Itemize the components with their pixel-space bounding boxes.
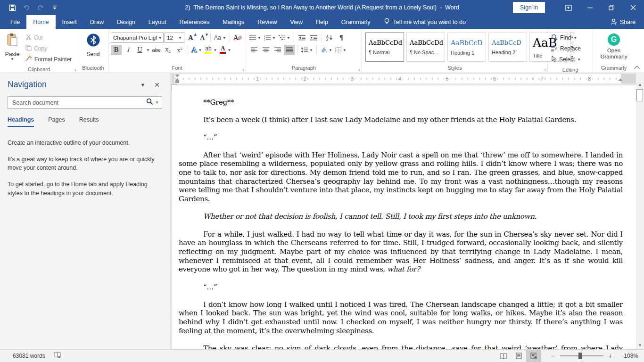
search-options-caret-icon[interactable]: ▼ <box>155 101 159 104</box>
tab-file[interactable]: File <box>4 15 26 29</box>
paragraph-dialog-launcher-icon[interactable]: ⌟ <box>358 67 360 72</box>
zoom-in-button[interactable]: + <box>605 352 616 360</box>
subscript-button[interactable]: x2 <box>163 45 173 55</box>
bullets-button[interactable]: ▼ <box>248 33 262 43</box>
superscript-button[interactable]: x2 <box>174 45 185 55</box>
replace-button[interactable]: abac Replace <box>551 44 581 53</box>
scroll-up-icon[interactable]: ▲ <box>636 81 644 89</box>
paste-button[interactable]: Paste ▼ <box>1 31 23 66</box>
search-document-input[interactable] <box>12 99 146 106</box>
strikethrough-button[interactable]: abc <box>151 45 162 55</box>
numbering-button[interactable]: 123 ▼ <box>263 33 277 43</box>
align-left-button[interactable] <box>248 45 259 55</box>
decrease-indent-button[interactable] <box>297 33 307 43</box>
horizontal-ruler[interactable]: 12345678 <box>172 74 636 83</box>
show-paragraph-marks-button[interactable]: ¶ <box>336 33 347 43</box>
style-heading-1[interactable]: AaBbCcDHeading 1 <box>447 33 486 62</box>
close-button[interactable] <box>622 0 644 15</box>
find-button[interactable]: Find ▼ <box>551 33 581 42</box>
grow-font-button[interactable]: A▲ <box>185 33 196 43</box>
print-layout-button[interactable] <box>511 350 526 362</box>
bluetooth-send-button[interactable]: Send <box>83 31 104 65</box>
customize-qat-icon[interactable] <box>48 1 61 14</box>
underline-button[interactable]: U <box>134 45 145 55</box>
zoom-slider[interactable] <box>560 355 603 356</box>
restore-button[interactable] <box>601 0 622 15</box>
shrink-font-button[interactable]: A▼ <box>197 33 208 43</box>
underline-caret-icon[interactable]: ▼ <box>146 49 150 52</box>
font-name-combobox[interactable]: Chaparral Pro Ligl ▼ <box>111 33 164 43</box>
select-button[interactable]: Select ▼ <box>551 55 581 64</box>
borders-button[interactable]: ▼ <box>334 45 347 55</box>
tab-help[interactable]: Help <box>309 15 335 29</box>
word-count[interactable]: 63081 words <box>13 353 45 359</box>
clipboard-dialog-launcher-icon[interactable]: ⌟ <box>74 67 76 72</box>
scrollbar-thumb[interactable] <box>636 89 643 101</box>
italic-button[interactable]: I <box>123 45 133 55</box>
document-page[interactable]: **Greg**It’s been a week (I think) after… <box>172 85 636 349</box>
navtab-pages[interactable]: Pages <box>48 116 65 127</box>
font-color-button[interactable]: A▼ <box>219 45 232 55</box>
copy-button[interactable]: Copy <box>24 43 73 53</box>
zoom-level[interactable]: 108% <box>619 353 638 359</box>
minimize-button[interactable] <box>579 0 601 15</box>
tab-layout[interactable]: Layout <box>142 15 173 29</box>
font-dialog-launcher-icon[interactable]: ⌟ <box>242 67 244 72</box>
align-right-button[interactable] <box>272 45 283 55</box>
tab-home[interactable]: Home <box>26 15 55 29</box>
change-case-button[interactable]: Aa▼ <box>213 33 227 43</box>
navtab-headings[interactable]: Headings <box>8 116 34 127</box>
tab-grammarly[interactable]: Grammarly <box>335 15 377 29</box>
clear-formatting-button[interactable]: A <box>232 33 243 43</box>
read-mode-button[interactable] <box>496 350 511 362</box>
tab-draw[interactable]: Draw <box>83 15 110 29</box>
right-indent-marker[interactable] <box>618 78 623 81</box>
navigation-close-icon[interactable]: ✕ <box>152 81 162 89</box>
line-spacing-button[interactable]: ▼ <box>300 45 314 55</box>
increase-indent-button[interactable] <box>308 33 319 43</box>
style-heading-2[interactable]: AaBbCcDHeading 2 <box>488 33 527 62</box>
bold-button[interactable]: B <box>111 45 122 55</box>
first-line-indent-marker[interactable] <box>175 74 180 77</box>
tab-insert[interactable]: Insert <box>56 15 83 29</box>
ribbon-display-options-icon[interactable] <box>557 0 579 15</box>
sign-in-button[interactable]: Sign in <box>513 2 545 13</box>
style--no-spac-[interactable]: AaBbCcDd¶ No Spac... <box>406 33 445 62</box>
save-icon[interactable] <box>6 1 19 14</box>
multilevel-list-button[interactable]: ▼ <box>278 33 291 43</box>
style--normal[interactable]: AaBbCcDd¶ Normal <box>365 33 404 62</box>
zoom-out-button[interactable]: − <box>548 352 558 360</box>
sort-button[interactable]: AZ <box>324 33 335 43</box>
redo-icon[interactable] <box>34 1 47 14</box>
font-size-combobox[interactable]: 12 ▼ <box>165 33 184 43</box>
navtab-results[interactable]: Results <box>79 116 99 127</box>
collapse-ribbon-icon[interactable] <box>634 64 640 71</box>
cut-label: Cut <box>34 34 43 41</box>
web-layout-button[interactable] <box>526 350 541 362</box>
align-center-button[interactable] <box>260 45 271 55</box>
tab-references[interactable]: References <box>173 15 216 29</box>
text-effects-button[interactable]: A▼ <box>190 45 203 55</box>
undo-icon[interactable] <box>20 1 33 14</box>
search-magnifier-icon[interactable] <box>146 98 153 107</box>
tab-mailings[interactable]: Mailings <box>216 15 251 29</box>
open-grammarly-button[interactable]: G Open Grammarly <box>594 31 633 65</box>
format-painter-button[interactable]: Format Painter <box>24 54 73 64</box>
styles-dialog-launcher-icon[interactable]: ⌟ <box>544 67 546 72</box>
tab-view[interactable]: View <box>283 15 309 29</box>
scroll-down-icon[interactable]: ▼ <box>636 341 644 349</box>
vertical-scrollbar[interactable]: ▲ ▼ <box>636 73 644 349</box>
proofing-status-icon[interactable] <box>54 352 61 360</box>
navigation-options-caret-icon[interactable]: ▼ <box>138 82 148 88</box>
zoom-slider-thumb[interactable] <box>578 353 582 359</box>
share-button[interactable]: Share <box>611 15 644 29</box>
tab-review[interactable]: Review <box>251 15 283 29</box>
cut-button[interactable]: Cut <box>24 33 73 42</box>
highlight-color-button[interactable]: ab▼ <box>204 45 218 55</box>
justify-button[interactable] <box>284 45 295 55</box>
left-indent-marker[interactable] <box>175 81 179 83</box>
shading-button[interactable]: ▼ <box>319 45 333 55</box>
select-caret-icon: ▼ <box>577 58 581 61</box>
tell-me-box[interactable]: Tell me what you want to do <box>384 15 466 29</box>
tab-design[interactable]: Design <box>110 15 142 29</box>
